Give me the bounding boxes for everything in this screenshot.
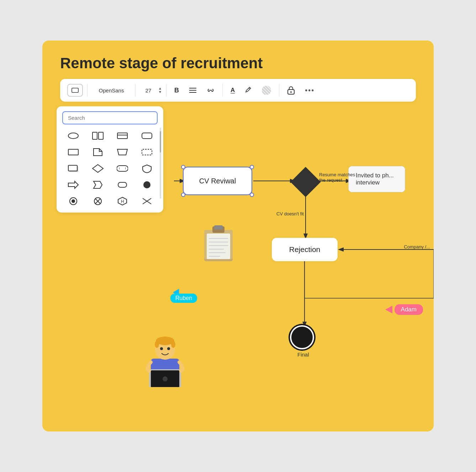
invited-label: Invited to ph...interview — [356, 172, 394, 186]
svg-rect-23 — [120, 166, 125, 171]
lock-button[interactable] — [284, 84, 298, 97]
cursor-adam: Adam — [385, 304, 423, 315]
svg-rect-12 — [142, 133, 152, 139]
svg-point-69 — [167, 347, 170, 350]
resume-matches-label: Resume matchesthe request — [319, 172, 355, 183]
shape-circle-filled[interactable] — [136, 178, 158, 191]
font-size-input[interactable]: 27 — [140, 87, 157, 93]
shape-panel-scrollbar-thumb — [160, 131, 161, 152]
handle-bl[interactable] — [181, 193, 185, 197]
svg-point-7 — [68, 133, 78, 139]
clipboard-illustration — [202, 224, 234, 264]
svg-marker-27 — [94, 181, 102, 188]
shape-trapezoid[interactable] — [111, 146, 133, 159]
svg-point-37 — [72, 199, 75, 203]
svg-point-35 — [143, 181, 150, 188]
shape-card[interactable] — [111, 129, 133, 142]
svg-point-75 — [163, 376, 168, 381]
svg-rect-10 — [117, 133, 127, 139]
shape-rect[interactable] — [62, 146, 84, 159]
font-selector[interactable]: OpenSans — [92, 86, 131, 95]
svg-rect-0 — [72, 88, 78, 92]
svg-point-71 — [155, 341, 159, 348]
svg-rect-32 — [120, 182, 125, 187]
final-node[interactable] — [291, 327, 313, 348]
shape-chevron[interactable] — [87, 178, 109, 191]
svg-marker-14 — [117, 149, 127, 155]
company-label: Company /... — [404, 244, 430, 250]
shape-grid: H — [62, 129, 158, 208]
svg-point-6 — [290, 91, 292, 93]
handle-tr[interactable] — [250, 165, 254, 169]
shape-rect-rounded[interactable] — [136, 129, 158, 142]
align-button[interactable] — [185, 85, 200, 96]
font-size-down[interactable]: ▼ — [158, 90, 162, 94]
handle-tl[interactable] — [181, 165, 185, 169]
more-button[interactable]: ••• — [301, 84, 318, 97]
rejection-node[interactable]: Rejection — [272, 238, 338, 261]
toolbar: OpenSans 27 ▲ ▼ B — [60, 79, 416, 102]
text-color-button[interactable]: A — [227, 85, 238, 96]
shape-panel: H — [57, 106, 163, 213]
main-canvas: Remote stage of recruitment OpenSans 27 … — [42, 41, 434, 431]
toolbar-divider-5 — [279, 84, 279, 97]
svg-rect-15 — [142, 149, 152, 155]
cv-revival-label: CV Reviwal — [199, 177, 236, 185]
cv-doesnt-fit-label: CV doesn't fit — [276, 211, 304, 216]
shape-arrow-right[interactable] — [62, 178, 84, 191]
pen-button[interactable] — [241, 85, 255, 96]
shape-pill[interactable] — [111, 178, 133, 191]
svg-rect-17 — [68, 165, 77, 171]
shape-columns[interactable] — [87, 129, 109, 142]
shape-search-input[interactable] — [62, 111, 158, 124]
shape-diamond[interactable] — [87, 162, 109, 175]
invited-node[interactable]: Invited to ph...interview — [348, 166, 405, 192]
svg-point-68 — [160, 347, 163, 350]
svg-line-4 — [249, 88, 250, 89]
diamond-node[interactable] — [291, 167, 321, 197]
shape-hexagon[interactable]: H — [111, 195, 133, 208]
more-icon: ••• — [305, 86, 314, 95]
shape-cross[interactable] — [136, 195, 158, 208]
shape-ellipse[interactable] — [62, 129, 84, 142]
toolbar-divider-2 — [135, 84, 136, 97]
shape-circle-target[interactable] — [62, 195, 84, 208]
adam-cursor-label: Adam — [395, 304, 423, 315]
toolbar-divider-1 — [87, 84, 88, 97]
shape-circle-x[interactable] — [87, 195, 109, 208]
text-color-icon: A — [231, 87, 235, 94]
shape-dashed-rect[interactable] — [136, 146, 158, 159]
shape-picker-button[interactable] — [67, 84, 83, 97]
svg-text:H: H — [121, 199, 124, 204]
svg-rect-13 — [68, 149, 78, 155]
shape-stadium[interactable] — [111, 162, 133, 175]
adam-cursor-icon — [385, 306, 392, 313]
pattern-button[interactable] — [258, 84, 275, 97]
cursor-ruben: Ruben — [174, 288, 181, 295]
final-label: Final — [297, 352, 309, 358]
shape-doc-folded[interactable] — [87, 146, 109, 159]
ruben-cursor-label: Ruben — [170, 294, 197, 303]
svg-point-72 — [171, 341, 175, 348]
shape-shield[interactable] — [136, 162, 158, 175]
toolbar-divider-4 — [222, 84, 223, 97]
svg-rect-59 — [207, 234, 230, 259]
cv-revival-node[interactable]: CV Reviwal — [183, 167, 252, 195]
bold-button[interactable]: B — [171, 85, 183, 96]
page-title: Remote stage of recruitment — [42, 41, 434, 79]
character-illustration — [142, 330, 188, 388]
shape-rect-shadow[interactable] — [62, 162, 84, 175]
font-size-control: 27 ▲ ▼ — [140, 87, 162, 94]
svg-marker-18 — [92, 165, 103, 172]
link-button[interactable] — [203, 85, 218, 96]
toolbar-divider-3 — [166, 84, 166, 97]
shape-panel-scrollbar[interactable] — [160, 128, 161, 199]
svg-rect-58 — [214, 225, 223, 230]
svg-rect-8 — [92, 132, 97, 139]
rejection-label: Rejection — [289, 245, 321, 254]
svg-marker-26 — [68, 181, 78, 188]
handle-br[interactable] — [250, 193, 254, 197]
svg-rect-9 — [99, 132, 103, 139]
